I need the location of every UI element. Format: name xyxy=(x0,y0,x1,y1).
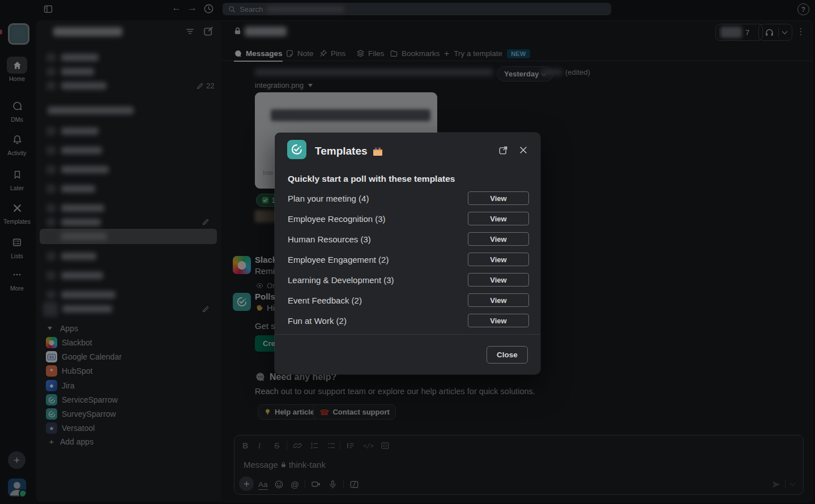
template-label: Human Resources (3) xyxy=(288,234,371,244)
modal-footer-divider xyxy=(275,334,540,335)
slack-window: ← → Search ? Home DMs Activity xyxy=(0,0,815,504)
view-button[interactable]: View xyxy=(468,232,529,246)
template-row: Event Feedback (2) View xyxy=(288,293,529,307)
template-row: Plan your meeting (4) View xyxy=(288,191,529,205)
view-button[interactable]: View xyxy=(468,191,529,205)
template-label: Fun at Work (2) xyxy=(288,316,347,326)
card-index-emoji xyxy=(372,146,383,156)
open-external-icon[interactable] xyxy=(498,146,508,155)
template-label: Event Feedback (2) xyxy=(288,296,362,305)
templates-modal: Templates Quickly start a poll with thes… xyxy=(275,133,540,374)
view-button[interactable]: View xyxy=(468,253,529,266)
template-row: Employee Engagement (2) View xyxy=(288,253,529,266)
view-button[interactable]: View xyxy=(468,212,529,225)
modal-heading: Quickly start a poll with these template… xyxy=(288,174,455,184)
view-button[interactable]: View xyxy=(468,314,529,327)
modal-title: Templates xyxy=(315,145,368,157)
close-icon[interactable] xyxy=(519,146,528,155)
template-label: Plan your meeting (4) xyxy=(288,194,369,203)
close-button[interactable]: Close xyxy=(487,346,528,364)
template-row: Employee Recognition (3) View xyxy=(288,212,529,225)
template-label: Employee Recognition (3) xyxy=(288,214,386,224)
surveysparrow-modal-icon xyxy=(287,140,306,159)
view-button[interactable]: View xyxy=(468,293,529,307)
template-label: Learning & Development (3) xyxy=(288,275,394,285)
template-row: Human Resources (3) View xyxy=(288,232,529,246)
template-label: Employee Engagement (2) xyxy=(288,255,389,264)
template-row: Learning & Development (3) View xyxy=(288,273,529,287)
modal-title-row: Templates xyxy=(315,145,383,157)
view-button[interactable]: View xyxy=(468,273,529,287)
template-row: Fun at Work (2) View xyxy=(288,314,529,327)
